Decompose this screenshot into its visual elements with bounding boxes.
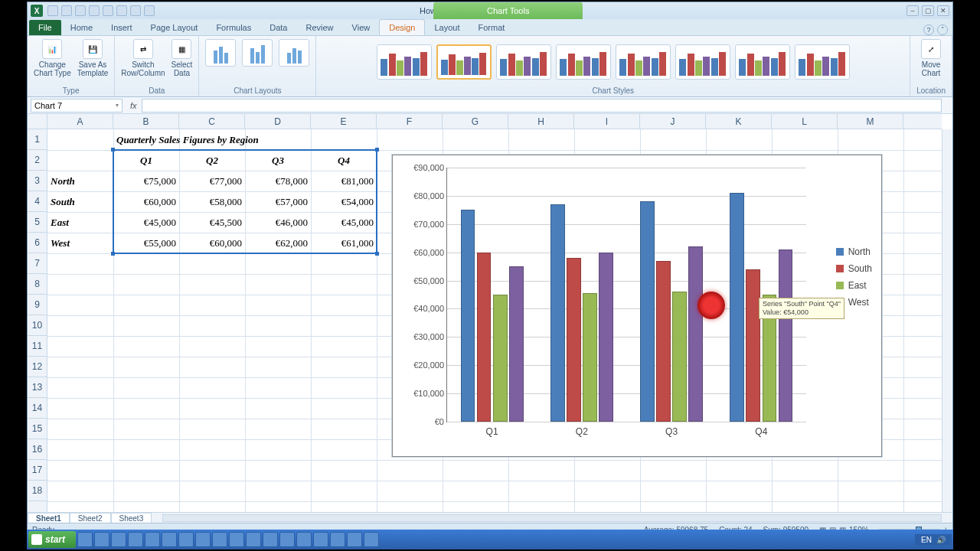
qat-new-icon[interactable] bbox=[89, 5, 100, 16]
tab-formulas[interactable]: Formulas bbox=[207, 20, 260, 35]
taskbar-item[interactable] bbox=[178, 532, 194, 547]
qat-print-icon[interactable] bbox=[116, 5, 127, 16]
horizontal-scrollbar[interactable] bbox=[162, 514, 942, 522]
chart-style-option[interactable] bbox=[675, 44, 730, 80]
chart-style-option[interactable] bbox=[496, 44, 551, 80]
taskbar-item[interactable] bbox=[263, 532, 278, 547]
taskbar-item[interactable] bbox=[364, 532, 379, 547]
chart-bar[interactable] bbox=[550, 204, 565, 422]
chart-bar[interactable] bbox=[493, 295, 508, 422]
qat-preview-icon[interactable] bbox=[130, 5, 141, 16]
column-header[interactable]: A bbox=[47, 114, 113, 129]
taskbar-item[interactable] bbox=[145, 532, 160, 547]
column-header[interactable]: M bbox=[838, 114, 903, 129]
chart-bar[interactable] bbox=[730, 193, 744, 422]
chart-bar[interactable] bbox=[583, 293, 597, 422]
taskbar-item[interactable] bbox=[94, 532, 109, 547]
row-header[interactable]: 17 bbox=[28, 460, 47, 481]
chart-bar[interactable] bbox=[779, 249, 793, 422]
save-as-template-button[interactable]: 💾 Save As Template bbox=[77, 39, 109, 77]
taskbar-item[interactable] bbox=[229, 532, 244, 547]
tab-home[interactable]: Home bbox=[61, 20, 102, 35]
chart-bar[interactable] bbox=[509, 266, 524, 422]
row-header[interactable]: 2 bbox=[28, 150, 47, 171]
taskbar-item[interactable] bbox=[246, 532, 261, 547]
tab-review[interactable]: Review bbox=[296, 20, 342, 35]
sheet-tab[interactable]: Sheet3 bbox=[111, 513, 152, 523]
row-header[interactable]: 8 bbox=[28, 274, 47, 295]
column-header[interactable]: I bbox=[574, 114, 640, 129]
row-header[interactable]: 15 bbox=[28, 419, 47, 439]
system-tray[interactable]: EN 🔊 bbox=[915, 534, 952, 546]
taskbar-item[interactable] bbox=[195, 532, 211, 547]
tray-volume-icon[interactable]: 🔊 bbox=[936, 536, 946, 544]
taskbar-item[interactable] bbox=[296, 532, 312, 547]
chart-bar[interactable] bbox=[599, 253, 613, 422]
column-header[interactable]: E bbox=[311, 114, 377, 129]
chart-layout-option[interactable] bbox=[205, 39, 236, 67]
taskbar-item[interactable] bbox=[111, 532, 126, 547]
help-icon[interactable]: ? bbox=[923, 24, 934, 35]
dropdown-icon[interactable]: ▾ bbox=[116, 102, 119, 109]
taskbar-item[interactable] bbox=[128, 532, 143, 547]
row-header[interactable]: 4 bbox=[28, 191, 47, 212]
tab-insert[interactable]: Insert bbox=[102, 20, 142, 35]
column-header[interactable]: B bbox=[113, 114, 179, 129]
start-button[interactable]: start bbox=[28, 531, 76, 548]
column-header[interactable]: L bbox=[772, 114, 838, 129]
row-header[interactable]: 1 bbox=[28, 129, 47, 150]
taskbar-item[interactable] bbox=[330, 532, 345, 547]
chart-bar[interactable] bbox=[746, 269, 760, 422]
vertical-scrollbar[interactable] bbox=[942, 129, 952, 512]
name-box[interactable]: Chart 7 ▾ bbox=[31, 99, 122, 112]
cell[interactable]: West bbox=[47, 233, 113, 253]
qat-save-icon[interactable] bbox=[47, 5, 58, 16]
taskbar-item[interactable] bbox=[313, 532, 328, 547]
qat-quickprint-icon[interactable] bbox=[144, 5, 155, 16]
fx-icon[interactable]: fx bbox=[130, 101, 137, 110]
qat-open-icon[interactable] bbox=[103, 5, 113, 16]
row-header[interactable]: 16 bbox=[28, 439, 47, 460]
switch-row-column-button[interactable]: ⇄ Switch Row/Column bbox=[121, 39, 165, 77]
chart-layout-option[interactable] bbox=[279, 39, 309, 67]
column-header[interactable]: D bbox=[245, 114, 311, 129]
row-header[interactable]: 7 bbox=[28, 253, 47, 274]
change-chart-type-button[interactable]: 📊 Change Chart Type bbox=[34, 39, 71, 77]
sheet-tab[interactable]: Sheet1 bbox=[28, 513, 70, 523]
cell[interactable]: East bbox=[47, 212, 113, 233]
tray-network-icon[interactable]: EN bbox=[921, 536, 932, 544]
chart-style-option[interactable] bbox=[556, 44, 611, 80]
taskbar-item[interactable] bbox=[347, 532, 362, 547]
maximize-button[interactable]: ▢ bbox=[922, 5, 934, 16]
column-header[interactable]: G bbox=[443, 114, 508, 129]
row-header[interactable]: 3 bbox=[28, 171, 47, 191]
worksheet-area[interactable]: ABCDEFGHIJKLM 12345678910111213141516171… bbox=[28, 114, 952, 523]
cell[interactable]: North bbox=[47, 171, 113, 191]
select-all-corner[interactable] bbox=[28, 114, 47, 129]
chart-bar[interactable] bbox=[567, 258, 581, 422]
ribbon-collapse-icon[interactable]: ˄ bbox=[937, 24, 948, 35]
cell[interactable]: South bbox=[47, 191, 113, 212]
select-data-button[interactable]: ▦ Select Data bbox=[172, 39, 193, 77]
chart-layout-option[interactable] bbox=[242, 39, 273, 67]
qat-undo-icon[interactable] bbox=[61, 5, 72, 16]
row-header[interactable]: 10 bbox=[28, 315, 47, 336]
sheet-tab[interactable]: Sheet2 bbox=[70, 513, 111, 523]
chart-style-option[interactable] bbox=[795, 44, 850, 80]
chart-bar[interactable] bbox=[672, 292, 687, 422]
close-button[interactable]: ✕ bbox=[937, 5, 949, 16]
row-header[interactable]: 18 bbox=[28, 481, 47, 501]
chart-bar[interactable] bbox=[461, 210, 475, 422]
chart-bar[interactable] bbox=[688, 246, 703, 422]
column-header[interactable]: K bbox=[706, 114, 772, 129]
taskbar-item[interactable] bbox=[212, 532, 227, 547]
row-header[interactable]: 14 bbox=[28, 398, 47, 419]
chart-style-option[interactable] bbox=[377, 44, 432, 80]
chart-bar[interactable] bbox=[640, 201, 655, 422]
tab-format[interactable]: Format bbox=[469, 20, 514, 35]
tab-design[interactable]: Design bbox=[379, 19, 425, 35]
tab-page-layout[interactable]: Page Layout bbox=[142, 20, 207, 35]
tab-view[interactable]: View bbox=[343, 20, 380, 35]
chart-style-option[interactable] bbox=[436, 44, 492, 80]
plot-area[interactable]: €0€10,000€20,000€30,000€40,000€50,000€60… bbox=[446, 168, 806, 422]
